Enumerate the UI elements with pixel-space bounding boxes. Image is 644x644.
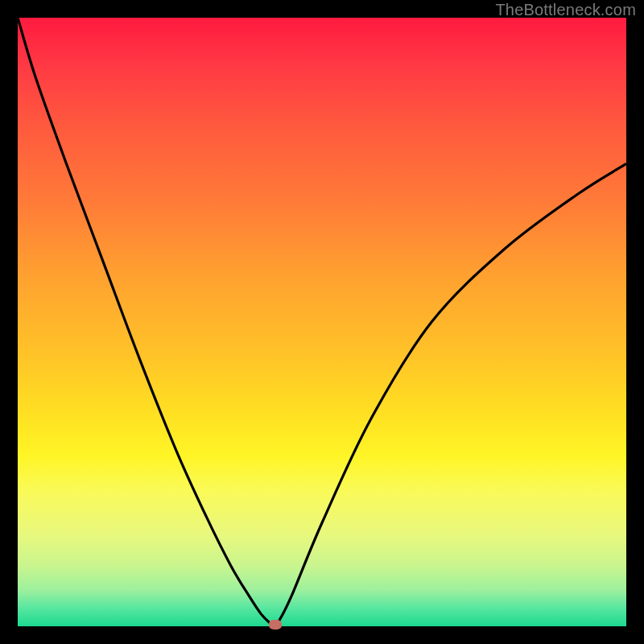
plot-area bbox=[18, 18, 626, 626]
bottleneck-curve-path bbox=[18, 18, 626, 626]
curve-svg bbox=[18, 18, 626, 626]
chart-frame: TheBottleneck.com bbox=[0, 0, 644, 644]
watermark-text: TheBottleneck.com bbox=[495, 1, 636, 19]
minimum-marker bbox=[269, 620, 282, 630]
